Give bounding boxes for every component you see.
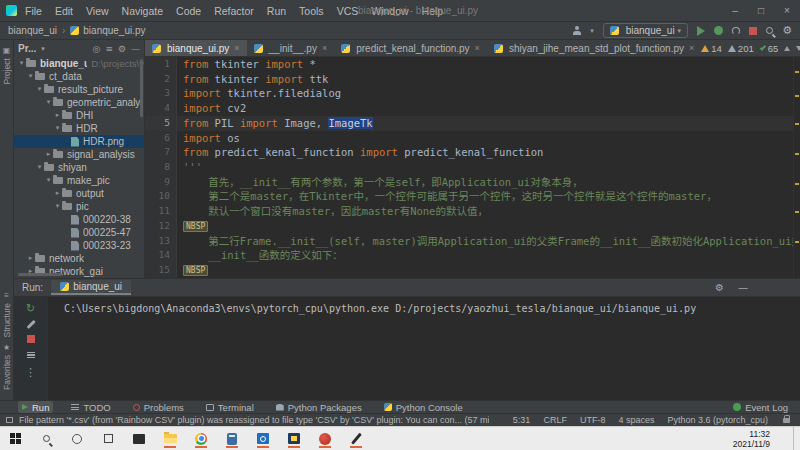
toolwindow-button-terminal[interactable]: Terminal <box>202 401 258 413</box>
code-line[interactable]: import cv2 <box>183 101 793 116</box>
tree-item-output[interactable]: ▸output <box>14 187 144 200</box>
code-line[interactable]: NBSP <box>183 263 793 278</box>
more-icon[interactable]: ⋮ <box>25 367 36 378</box>
menu-vcs[interactable]: VCS <box>337 5 359 17</box>
hide-run-panel-icon[interactable]: — <box>738 282 748 293</box>
run-configuration-select[interactable]: bianque_ui ▾ <box>603 23 688 38</box>
tree-item-make_pic[interactable]: ▾make_pic <box>14 174 144 187</box>
tree-collapsed-chevron-icon[interactable]: ▸ <box>44 148 53 161</box>
tree-expanded-chevron-icon[interactable]: ▾ <box>44 174 53 187</box>
menu-edit[interactable]: Edit <box>55 5 73 17</box>
code-line[interactable]: ''' <box>183 160 793 175</box>
project-panel-title[interactable]: Pr... <box>18 43 36 54</box>
editor-tab[interactable]: predict_kenal_function.py× <box>334 40 487 56</box>
inspection-warning[interactable]: 14 <box>701 43 722 54</box>
editor-tab[interactable]: bianque_ui.py× <box>145 40 247 56</box>
menu-code[interactable]: Code <box>176 5 201 17</box>
settings-gear-icon[interactable]: ⚙ <box>782 25 792 36</box>
maximize-button[interactable]: □ <box>748 0 774 21</box>
code-line[interactable]: from tkinter import ttk <box>183 72 793 87</box>
tree-item-shiyan[interactable]: ▾shiyan <box>14 161 144 174</box>
menu-tools[interactable]: Tools <box>299 5 324 17</box>
editor-tab[interactable]: __init__.py× <box>247 40 335 56</box>
tree-item-HDR[interactable]: ▾HDR <box>14 122 144 135</box>
code-line[interactable]: import tkinter.filedialog <box>183 86 793 101</box>
chrome-icon[interactable] <box>194 430 208 448</box>
menu-navigate[interactable]: Navigate <box>122 5 163 17</box>
task-view-icon[interactable] <box>101 430 115 448</box>
calculator-icon[interactable] <box>225 430 239 448</box>
hide-panel-icon[interactable]: — <box>131 44 140 54</box>
menu-run[interactable]: Run <box>267 5 286 17</box>
rerun-icon[interactable]: ↻ <box>26 303 35 314</box>
toolwindow-button-run[interactable]: Run <box>18 401 53 413</box>
close-tab-icon[interactable]: × <box>475 43 480 53</box>
python-interpreter[interactable]: Python 3.6 (pytorch_cpu) <box>667 415 768 425</box>
search-icon[interactable] <box>39 430 53 448</box>
show-desktop-button[interactable] <box>793 427 796 450</box>
status-message[interactable]: File pattern '*.csv' (from 'Rainbow CSV'… <box>19 415 489 425</box>
tree-item-ct_data[interactable]: ▾ct_data <box>14 70 144 83</box>
stop-icon[interactable] <box>27 335 35 343</box>
stop-button[interactable] <box>749 27 757 35</box>
search-everywhere-icon[interactable] <box>766 27 773 34</box>
tree-expanded-chevron-icon[interactable]: ▾ <box>17 57 26 70</box>
red-app-icon[interactable] <box>318 430 332 448</box>
tree-expanded-chevron-icon[interactable]: ▾ <box>53 200 62 213</box>
run-button[interactable] <box>697 26 705 36</box>
toolwindow-button-problems[interactable]: Problems <box>129 401 188 413</box>
toolwindow-button-event-log[interactable]: Event Log <box>729 401 792 413</box>
menu-view[interactable]: View <box>86 5 109 17</box>
next-problem-icon[interactable] <box>796 46 800 51</box>
tree-item-HDR.png[interactable]: HDR.png <box>14 135 144 148</box>
tree-item-pic[interactable]: ▾pic <box>14 200 144 213</box>
collapse-all-icon[interactable]: ≡ <box>105 44 113 54</box>
code-line[interactable]: 第二行Frame.__init__(self, master)调用Applica… <box>183 234 793 249</box>
tree-collapsed-chevron-icon[interactable]: ▸ <box>26 252 35 265</box>
app-window-icon[interactable] <box>132 430 146 448</box>
tree-item-network_gai[interactable]: ▸network_gai <box>14 265 144 278</box>
tree-item-geometric_analy[interactable]: ▾geometric_analy <box>14 96 144 109</box>
code-line[interactable]: from PIL import Image, ImageTk <box>177 116 793 131</box>
run-tab[interactable]: bianque_ui <box>51 280 131 295</box>
stripe-project[interactable]: Project <box>2 58 12 84</box>
tree-item-DHI[interactable]: ▸DHI <box>14 109 144 122</box>
run-console[interactable]: C:\Users\bigdong\Anaconda3\envs\pytorch_… <box>48 297 800 400</box>
previous-problem-icon[interactable] <box>784 46 790 51</box>
tree-expanded-chevron-icon[interactable]: ▾ <box>44 96 53 109</box>
pen-app-icon[interactable] <box>349 430 363 448</box>
code-line[interactable]: NBSP <box>183 219 793 234</box>
code-line[interactable]: from predict_kenal_function import predi… <box>183 145 793 160</box>
code-line[interactable]: 默认一个窗口没有master，因此master有None的默认值， <box>183 204 793 219</box>
tree-horizontal-scrollbar[interactable] <box>18 273 62 276</box>
tree-item-000225-47[interactable]: 000225-47 <box>14 226 144 239</box>
readonly-lock-icon[interactable] <box>783 418 790 423</box>
toolwindow-button-python-packages[interactable]: Python Packages <box>272 401 366 413</box>
close-tab-icon[interactable]: × <box>322 43 327 53</box>
minimize-button[interactable]: – <box>722 0 748 21</box>
breadcrumb-project[interactable]: bianque_ui <box>8 25 57 36</box>
tree-item-network[interactable]: ▸network <box>14 252 144 265</box>
tree-collapsed-chevron-icon[interactable]: ▸ <box>26 265 35 278</box>
photos-icon[interactable] <box>287 430 301 448</box>
toolwindow-button-todo[interactable]: TODO <box>67 401 114 413</box>
locate-file-icon[interactable]: ◎ <box>93 44 101 54</box>
run-settings-gear-icon[interactable]: ⚙ <box>715 282 724 293</box>
file-encoding[interactable]: UTF-8 <box>580 415 606 425</box>
inspection-ok[interactable]: 65 <box>760 43 779 54</box>
tree-item-000233-23[interactable]: 000233-23 <box>14 239 144 252</box>
code-line[interactable]: from tkinter import * <box>183 57 793 72</box>
breadcrumb-file[interactable]: bianque_ui.py <box>83 25 145 36</box>
caret-position[interactable]: 5:31 <box>513 415 531 425</box>
tree-item-results_picture[interactable]: ▾results_picture <box>14 83 144 96</box>
line-separator[interactable]: CRLF <box>543 415 567 425</box>
taskbar-clock[interactable]: 11:32 2021/11/9 <box>733 429 776 449</box>
wrench-icon[interactable] <box>26 320 35 329</box>
toolwindow-button-python-console[interactable]: Python Console <box>380 401 467 413</box>
close-tab-icon[interactable]: × <box>234 43 239 53</box>
file-explorer-icon[interactable] <box>163 430 177 448</box>
editor-tab[interactable]: shiyan_jihe_mean_std_plot_function.py× <box>487 40 701 56</box>
outlook-icon[interactable] <box>256 430 270 448</box>
tree-expanded-chevron-icon[interactable]: ▾ <box>26 70 35 83</box>
indent-style[interactable]: 4 spaces <box>618 415 654 425</box>
